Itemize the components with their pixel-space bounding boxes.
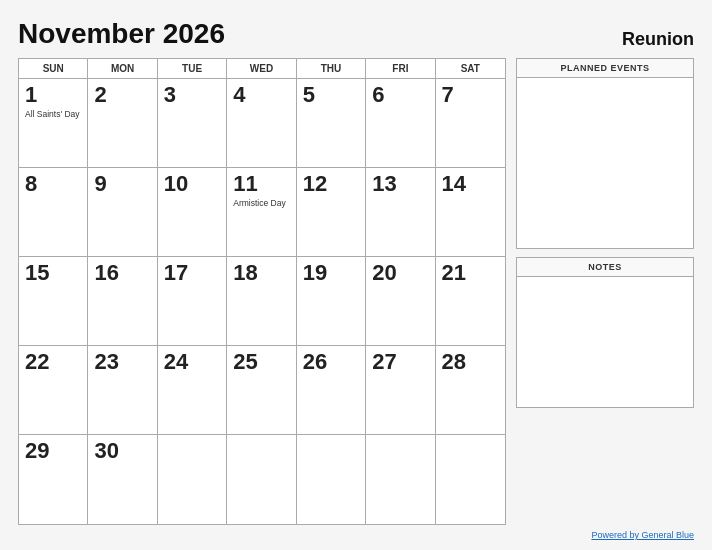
day-headers: SUNMONTUEWEDTHUFRISAT	[19, 59, 505, 79]
calendar-cell: 14	[436, 168, 505, 257]
calendar-cell	[436, 435, 505, 524]
day-number: 4	[233, 83, 289, 107]
day-number: 3	[164, 83, 220, 107]
calendar-cell: 19	[297, 257, 366, 346]
calendar-cell: 13	[366, 168, 435, 257]
calendar-cell: 27	[366, 346, 435, 435]
header: November 2026 Reunion	[18, 18, 694, 50]
calendar-cell: 11Armistice Day	[227, 168, 296, 257]
planned-events-content	[517, 78, 693, 248]
calendar-cell: 1All Saints' Day	[19, 79, 88, 168]
calendar-cell: 28	[436, 346, 505, 435]
day-number: 6	[372, 83, 428, 107]
day-number: 16	[94, 261, 150, 285]
calendar-cell: 22	[19, 346, 88, 435]
day-number: 5	[303, 83, 359, 107]
day-number: 22	[25, 350, 81, 374]
calendar-cell: 3	[158, 79, 227, 168]
calendar-grid: 1All Saints' Day234567891011Armistice Da…	[19, 79, 505, 524]
calendar-cell: 18	[227, 257, 296, 346]
calendar-cell	[366, 435, 435, 524]
day-number: 20	[372, 261, 428, 285]
month-title: November 2026	[18, 18, 225, 50]
day-number: 1	[25, 83, 81, 107]
page: November 2026 Reunion SUNMONTUEWEDTHUFRI…	[0, 0, 712, 550]
calendar-cell: 21	[436, 257, 505, 346]
day-number: 7	[442, 83, 499, 107]
calendar-cell: 5	[297, 79, 366, 168]
day-number: 18	[233, 261, 289, 285]
calendar-cell: 26	[297, 346, 366, 435]
calendar-cell: 23	[88, 346, 157, 435]
calendar-cell	[297, 435, 366, 524]
planned-events-box: PLANNED EVENTS	[516, 58, 694, 249]
day-number: 14	[442, 172, 499, 196]
day-number: 21	[442, 261, 499, 285]
calendar-cell: 8	[19, 168, 88, 257]
powered-by-link[interactable]: Powered by General Blue	[591, 530, 694, 540]
calendar-cell	[158, 435, 227, 524]
day-header-mon: MON	[88, 59, 157, 78]
day-number: 2	[94, 83, 150, 107]
sidebar: PLANNED EVENTS NOTES	[516, 58, 694, 525]
planned-events-label: PLANNED EVENTS	[517, 59, 693, 78]
notes-label: NOTES	[517, 258, 693, 277]
main-content: SUNMONTUEWEDTHUFRISAT 1All Saints' Day23…	[18, 58, 694, 525]
day-number: 17	[164, 261, 220, 285]
footer: Powered by General Blue	[18, 530, 694, 540]
day-number: 30	[94, 439, 150, 463]
day-number: 26	[303, 350, 359, 374]
day-header-tue: TUE	[158, 59, 227, 78]
calendar-cell: 4	[227, 79, 296, 168]
calendar-cell: 2	[88, 79, 157, 168]
holiday-label: Armistice Day	[233, 198, 289, 208]
day-number: 24	[164, 350, 220, 374]
day-number: 8	[25, 172, 81, 196]
day-number: 10	[164, 172, 220, 196]
day-header-thu: THU	[297, 59, 366, 78]
day-number: 28	[442, 350, 499, 374]
calendar-cell: 6	[366, 79, 435, 168]
day-number: 15	[25, 261, 81, 285]
calendar-cell	[227, 435, 296, 524]
calendar-cell: 9	[88, 168, 157, 257]
day-number: 27	[372, 350, 428, 374]
day-header-fri: FRI	[366, 59, 435, 78]
calendar-cell: 10	[158, 168, 227, 257]
day-number: 9	[94, 172, 150, 196]
day-header-wed: WED	[227, 59, 296, 78]
day-number: 12	[303, 172, 359, 196]
day-number: 13	[372, 172, 428, 196]
day-header-sat: SAT	[436, 59, 505, 78]
calendar-cell: 17	[158, 257, 227, 346]
calendar-cell: 7	[436, 79, 505, 168]
calendar: SUNMONTUEWEDTHUFRISAT 1All Saints' Day23…	[18, 58, 506, 525]
region-title: Reunion	[622, 29, 694, 50]
day-number: 23	[94, 350, 150, 374]
calendar-cell: 20	[366, 257, 435, 346]
day-number: 11	[233, 172, 289, 196]
notes-box: NOTES	[516, 257, 694, 408]
calendar-cell: 30	[88, 435, 157, 524]
calendar-cell: 12	[297, 168, 366, 257]
calendar-cell: 24	[158, 346, 227, 435]
day-number: 29	[25, 439, 81, 463]
holiday-label: All Saints' Day	[25, 109, 81, 119]
calendar-cell: 16	[88, 257, 157, 346]
day-number: 19	[303, 261, 359, 285]
day-number: 25	[233, 350, 289, 374]
calendar-cell: 15	[19, 257, 88, 346]
day-header-sun: SUN	[19, 59, 88, 78]
calendar-cell: 25	[227, 346, 296, 435]
notes-content	[517, 277, 693, 407]
calendar-cell: 29	[19, 435, 88, 524]
